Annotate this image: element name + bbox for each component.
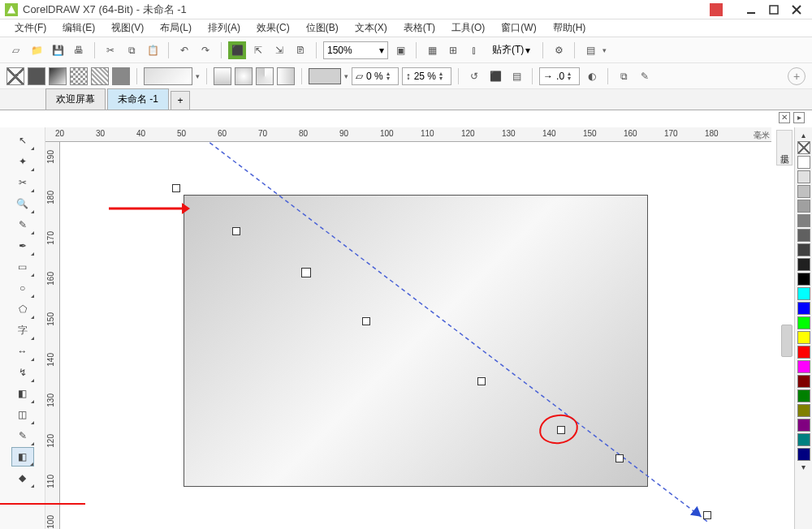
menu-window[interactable]: 窗口(W) <box>495 19 542 37</box>
smart-draw-tool[interactable]: ✒ <box>11 236 34 256</box>
palette-swatch[interactable] <box>797 433 810 446</box>
print-icon[interactable]: 🖶 <box>70 41 88 59</box>
gradient-midpoint-handle[interactable] <box>301 268 311 277</box>
options-icon[interactable]: ⚙ <box>550 41 568 59</box>
save-icon[interactable]: 💾 <box>49 41 67 59</box>
smart-fill-tool[interactable]: ◆ <box>11 468 34 488</box>
menu-effects[interactable]: 效果(C) <box>250 19 296 37</box>
eyedropper-tool[interactable]: ✎ <box>11 426 34 445</box>
new-icon[interactable]: ▱ <box>6 41 24 59</box>
repeat-icon[interactable]: ▤ <box>508 67 525 85</box>
menu-help[interactable]: 帮助(H) <box>546 19 593 37</box>
menu-text[interactable]: 文本(X) <box>348 19 394 37</box>
menu-table[interactable]: 表格(T) <box>397 19 442 37</box>
launcher-icon[interactable]: ▤ <box>581 41 599 59</box>
conical-gradient-icon[interactable] <box>256 67 274 85</box>
palette-swatch[interactable] <box>797 360 810 373</box>
import-icon[interactable]: ⬛ <box>228 41 246 59</box>
zoom-select[interactable]: 150% ▾ <box>323 41 388 59</box>
shape-tool[interactable]: ✦ <box>11 152 34 171</box>
ellipse-tool[interactable]: ○ <box>11 278 34 298</box>
postscript-fill-swatch[interactable] <box>112 67 130 85</box>
palette-swatch[interactable] <box>797 316 810 329</box>
solid-fill-swatch[interactable] <box>28 67 45 85</box>
tab-welcome[interactable]: 欢迎屏幕 <box>45 88 106 110</box>
palette-swatch[interactable] <box>797 404 810 417</box>
palette-swatch[interactable] <box>797 375 810 388</box>
palette-none-swatch[interactable] <box>797 141 810 154</box>
minimize-button[interactable] <box>741 2 762 17</box>
horizontal-ruler[interactable]: 毫米 2030405060708090100110120130140150160… <box>45 127 771 142</box>
hints-docker-tab[interactable]: 提示 <box>776 130 793 166</box>
step-down-icon[interactable]: ▾ <box>387 76 395 81</box>
edit-fill-icon[interactable]: ✎ <box>636 67 654 85</box>
close-doc-icon[interactable]: ✕ <box>779 112 790 123</box>
gradient-node-handle[interactable] <box>362 317 370 325</box>
reverse-icon[interactable]: ↺ <box>465 67 483 85</box>
linear-gradient-icon[interactable] <box>214 67 231 85</box>
freehand-tool[interactable]: ✎ <box>11 215 34 234</box>
palette-swatch[interactable] <box>797 419 810 432</box>
export-icon[interactable]: ⇱ <box>249 41 267 59</box>
dropshadow-tool[interactable]: ◧ <box>11 384 34 403</box>
menu-bitmap[interactable]: 位图(B) <box>300 19 345 37</box>
palette-swatch[interactable] <box>797 258 810 271</box>
palette-swatch[interactable] <box>797 331 810 344</box>
fullscreen-icon[interactable]: ▣ <box>391 41 409 59</box>
guides-icon[interactable]: ⫿ <box>465 41 483 59</box>
palette-swatch[interactable] <box>797 229 810 242</box>
palette-swatch[interactable] <box>797 170 810 183</box>
crop-tool[interactable]: ✂ <box>11 173 34 192</box>
selected-rectangle[interactable] <box>184 195 648 487</box>
menu-file[interactable]: 文件(F) <box>8 19 53 37</box>
texture-fill-swatch[interactable] <box>91 67 109 85</box>
gradient-start-handle[interactable] <box>172 184 180 192</box>
close-button[interactable] <box>786 2 807 17</box>
pattern-fill-swatch[interactable] <box>70 67 88 85</box>
palette-swatch[interactable] <box>797 389 810 402</box>
square-gradient-icon[interactable] <box>277 67 295 85</box>
publish-icon[interactable]: ⇲ <box>270 41 288 59</box>
mirror-icon[interactable]: ⬛ <box>486 67 504 85</box>
palette-swatch[interactable] <box>797 243 810 256</box>
interactive-fill-tool[interactable]: ◧ <box>11 447 34 467</box>
menu-layout[interactable]: 布局(L) <box>153 19 198 37</box>
palette-swatch[interactable] <box>797 200 810 213</box>
rotation-input[interactable]: → .0 ▴▾ <box>539 67 580 85</box>
palette-swatch[interactable] <box>797 302 810 315</box>
parallel-dim-tool[interactable]: ↔ <box>11 342 34 361</box>
tab-add[interactable]: + <box>171 91 190 110</box>
copy-icon[interactable]: ⧉ <box>123 41 140 59</box>
pdf-icon[interactable]: 🖹 <box>292 41 309 59</box>
menu-edit[interactable]: 编辑(E) <box>56 19 102 37</box>
gradient-node-handle[interactable] <box>615 454 624 462</box>
more-icon[interactable]: ▸ <box>793 112 805 123</box>
connector-tool[interactable]: ↯ <box>11 363 34 382</box>
step-down-icon[interactable]: ▾ <box>568 76 576 81</box>
redo-icon[interactable]: ↷ <box>197 41 214 59</box>
rectangle-tool[interactable]: ▭ <box>11 257 34 277</box>
node-position-input[interactable]: ↕ 25 % ▴▾ <box>402 67 451 85</box>
palette-swatch[interactable] <box>797 214 810 227</box>
pick-tool[interactable]: ↖ <box>11 131 34 150</box>
polygon-tool[interactable]: ⬠ <box>11 299 34 319</box>
transparency-tool[interactable]: ◫ <box>11 405 34 424</box>
snap-to-dropdown[interactable]: 贴齐(T) ▾ <box>486 41 536 59</box>
smooth-icon[interactable]: ◐ <box>583 67 601 85</box>
palette-up-icon[interactable]: ▴ <box>801 131 806 140</box>
vertical-scrollbar-thumb[interactable] <box>781 325 793 357</box>
menu-view[interactable]: 视图(V) <box>105 19 150 37</box>
user-icon[interactable] <box>710 3 723 16</box>
copy-fill-icon[interactable]: ⧉ <box>615 67 633 85</box>
palette-down-icon[interactable]: ▾ <box>801 462 806 471</box>
palette-swatch[interactable] <box>797 273 810 286</box>
gradient-node-handle[interactable] <box>477 377 486 385</box>
snap-icon[interactable]: ▦ <box>423 41 441 59</box>
palette-swatch[interactable] <box>797 287 810 300</box>
undo-icon[interactable]: ↶ <box>175 41 193 59</box>
menu-tools[interactable]: 工具(O) <box>445 19 491 37</box>
gradient-node-handle[interactable] <box>232 227 240 235</box>
grid-icon[interactable]: ⊞ <box>444 41 462 59</box>
canvas[interactable] <box>60 142 771 529</box>
text-tool[interactable]: 字 <box>11 320 34 340</box>
